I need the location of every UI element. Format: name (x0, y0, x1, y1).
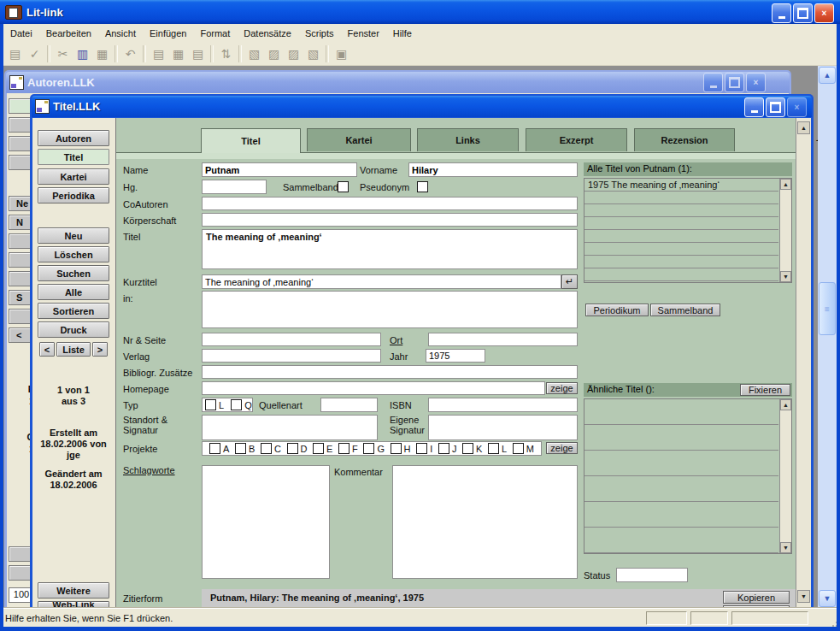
hidden-button[interactable]: S (9, 290, 31, 305)
typ-checkbox[interactable] (205, 399, 216, 410)
jahr-input[interactable] (426, 349, 485, 363)
list-item[interactable] (584, 451, 778, 476)
toolbar-icon[interactable] (238, 45, 242, 62)
liste-button[interactable]: Liste (56, 342, 91, 357)
hidden-button[interactable] (9, 117, 31, 133)
relink-record-icon[interactable]: ▨ (264, 44, 284, 63)
scroll-up-icon[interactable]: ▲ (797, 121, 810, 134)
maximize-button[interactable] (793, 3, 813, 23)
projekt-checkbox[interactable] (462, 443, 473, 454)
loeschen-button[interactable]: Löschen (38, 246, 109, 262)
toolbar-icon[interactable] (47, 45, 50, 62)
verlag-input[interactable] (202, 349, 381, 363)
sidebar-item-kartei[interactable]: Kartei (38, 168, 109, 185)
hidden-button[interactable] (9, 309, 31, 324)
fixieren-button[interactable]: Fixieren (740, 384, 790, 396)
unlink-record-icon[interactable]: ▨ (284, 44, 303, 63)
projekt-checkbox[interactable] (235, 443, 246, 454)
new-record-icon[interactable]: ▤ (149, 44, 168, 63)
close-button[interactable]: × (814, 3, 834, 23)
similar-scrollbar[interactable]: ▲ ▼ (779, 399, 791, 553)
autoren-title-bar[interactable]: Autoren.LLK × (6, 72, 790, 93)
scroll-up-icon[interactable]: ▲ (819, 67, 836, 84)
homepage-input[interactable] (202, 381, 545, 395)
list-item[interactable] (584, 268, 778, 281)
kopieren-button[interactable]: Kopieren (723, 591, 790, 604)
periodikum-button[interactable]: Periodikum (585, 304, 649, 316)
pseudonym-checkbox[interactable] (417, 181, 428, 192)
neu-button[interactable]: Neu (38, 227, 109, 244)
menu-item[interactable]: Bearbeiten (39, 26, 98, 41)
scroll-up-icon[interactable]: ▲ (780, 179, 791, 190)
hidden-button[interactable]: N (9, 215, 31, 230)
sidebar-item-autoren[interactable]: Autoren (38, 130, 109, 146)
tab-exzerpt[interactable]: Exzerpt (526, 128, 627, 151)
prev-record-button[interactable]: < (39, 342, 55, 357)
projekt-checkbox[interactable] (488, 443, 499, 454)
tab-titel[interactable]: Titel (201, 128, 301, 153)
alle-button[interactable]: Alle (38, 284, 109, 300)
hidden-button[interactable] (9, 546, 31, 562)
sortieren-button[interactable]: Sortieren (38, 303, 109, 319)
list-item[interactable] (584, 243, 778, 256)
list-item[interactable] (584, 204, 778, 217)
hidden-button[interactable] (9, 252, 31, 268)
titel-title-bar[interactable]: Titel.LLK × (32, 96, 812, 117)
zeige-projekte-button[interactable]: zeige (546, 442, 578, 454)
tab-kartei[interactable]: Kartei (307, 128, 411, 151)
hidden-button[interactable] (9, 565, 31, 581)
menu-item[interactable]: Ansicht (98, 26, 143, 41)
ort-input[interactable] (428, 333, 578, 346)
list-item[interactable] (584, 192, 778, 204)
delete-record-icon[interactable]: ▤ (188, 44, 208, 63)
projekt-checkbox[interactable] (338, 443, 350, 454)
minimize-button[interactable] (772, 3, 791, 23)
hidden-button[interactable] (9, 155, 31, 170)
scroll-down-icon[interactable]: ▼ (819, 590, 836, 607)
maximize-button[interactable] (766, 97, 785, 117)
scroll-up-icon[interactable]: ▲ (780, 399, 791, 410)
list-item[interactable] (584, 217, 778, 230)
kommentar-textarea[interactable] (392, 465, 578, 579)
coautoren-input[interactable] (202, 197, 578, 210)
help-book-icon[interactable]: ▣ (332, 44, 351, 63)
undo-icon[interactable]: ↶ (120, 44, 140, 63)
name-input[interactable] (202, 162, 357, 177)
menu-item[interactable]: Einfügen (143, 26, 193, 41)
kurztitel-input[interactable] (202, 274, 561, 289)
sidebar-item-titel[interactable]: Titel (38, 149, 109, 165)
toolbar-icon[interactable] (115, 45, 118, 62)
bibliogr-input[interactable] (202, 365, 578, 379)
main-scrollbar[interactable]: ▲ ≡ ▼ (818, 66, 837, 608)
weitere-button[interactable]: Weitere (38, 582, 109, 599)
projekt-checkbox[interactable] (287, 443, 298, 454)
projekt-checkbox[interactable] (261, 443, 272, 454)
maximize-button[interactable] (725, 73, 744, 92)
toolbar-icon[interactable] (210, 45, 214, 62)
titles-scrollbar[interactable]: ▲ ▼ (779, 179, 791, 282)
suchen-button[interactable]: Suchen (38, 265, 109, 281)
typ-checkbox[interactable] (231, 399, 242, 410)
ort-label[interactable]: Ort (390, 335, 402, 345)
projekt-checkbox[interactable] (416, 443, 427, 454)
eigene-signatur-input[interactable] (428, 415, 578, 440)
title-bar[interactable]: Lit-link × (0, 0, 840, 24)
close-icon[interactable]: × (787, 97, 807, 117)
toolbar-icon[interactable] (143, 45, 146, 62)
next-record-button[interactable]: > (92, 342, 108, 357)
menu-item[interactable]: Scripts (298, 26, 341, 41)
scroll-down-icon[interactable]: ▼ (797, 590, 810, 603)
nr-seite-input[interactable] (202, 333, 381, 346)
sammelband-checkbox[interactable] (338, 181, 349, 192)
paste-icon[interactable]: ▦ (92, 44, 112, 63)
projekt-checkbox[interactable] (513, 443, 524, 454)
cut-icon[interactable]: ✂ (53, 44, 73, 63)
window-titel[interactable]: Titel.LLK × Autoren Titel Kartei Periodi… (30, 94, 814, 608)
weblink-button[interactable]: Web-Link (38, 601, 109, 608)
scroll-down-icon[interactable]: ▼ (780, 542, 791, 553)
hidden-button[interactable]: Ne (9, 196, 31, 211)
projekt-checkbox[interactable] (391, 443, 402, 454)
scroll-down-icon[interactable]: ▼ (780, 271, 791, 282)
print-icon[interactable]: ▤ (5, 44, 25, 63)
tab-links[interactable]: Links (417, 128, 519, 151)
